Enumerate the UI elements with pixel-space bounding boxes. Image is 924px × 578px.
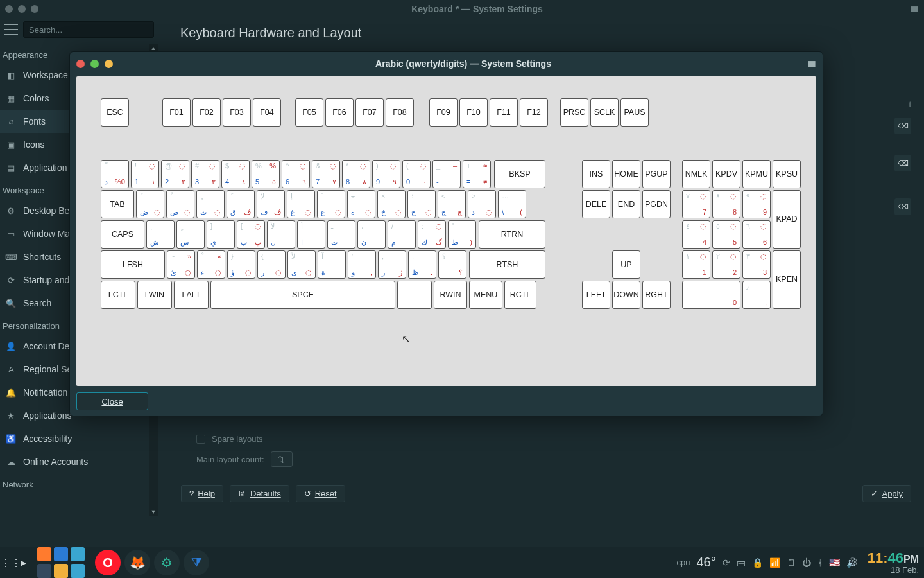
- app-icon[interactable]: [71, 564, 85, 578]
- sidebar-item-online-accounts[interactable]: ☁Online Accounts: [0, 450, 158, 473]
- key-unknown[interactable]: [397, 281, 432, 309]
- key-f09[interactable]: F09: [429, 98, 458, 127]
- settings-running-icon[interactable]: ⚙: [154, 550, 180, 575]
- power-icon[interactable]: ⏻: [802, 557, 811, 568]
- key[interactable]: ؛ح◌: [407, 190, 436, 218]
- key-menu[interactable]: MENU: [469, 281, 502, 309]
- traffic-max-icon[interactable]: [31, 5, 38, 13]
- clear-button[interactable]: ⌫: [894, 155, 911, 171]
- key[interactable]: /م: [388, 220, 416, 249]
- key-ins[interactable]: INS: [582, 160, 610, 188]
- vscode-running-icon[interactable]: ⧩: [184, 550, 209, 575]
- key-spce[interactable]: SPCE: [210, 281, 395, 309]
- key-f11[interactable]: F11: [490, 98, 518, 127]
- key[interactable]: ×خ◌: [377, 190, 406, 218]
- key[interactable]: ؟؟: [438, 250, 466, 279]
- bluetooth-icon[interactable]: ᚼ: [817, 557, 823, 568]
- key[interactable]: #◌3٣: [191, 160, 219, 188]
- wifi-icon[interactable]: 📶: [769, 557, 780, 568]
- key-up[interactable]: UP: [612, 250, 640, 279]
- key-down[interactable]: DOWN: [612, 281, 640, 309]
- key[interactable]: !◌1١: [131, 160, 159, 188]
- key[interactable]: ًقڤ: [227, 190, 255, 218]
- key[interactable]: ]ي: [207, 220, 235, 249]
- key[interactable]: 'و,: [348, 250, 376, 279]
- key-dele[interactable]: DELE: [582, 190, 610, 218]
- files-icon[interactable]: [37, 564, 51, 578]
- key[interactable]: لإفڤ: [257, 190, 285, 218]
- key-kpen[interactable]: KPEN: [773, 250, 801, 309]
- key[interactable]: >د◌: [468, 190, 496, 218]
- key-f07[interactable]: F07: [355, 98, 384, 127]
- key-rtsh[interactable]: RTSH: [469, 250, 545, 279]
- key-paus[interactable]: PAUS: [620, 98, 649, 127]
- updater-icon[interactable]: ⟳: [723, 557, 730, 568]
- key[interactable]: {ر◌: [257, 250, 286, 279]
- key[interactable]: ,زژ: [378, 250, 406, 279]
- app-launcher-icon[interactable]: ⋮⋮: [5, 557, 17, 568]
- key[interactable]: <جچ: [438, 190, 466, 218]
- key[interactable]: ٨◌8: [712, 190, 740, 218]
- apply-button[interactable]: ✓Apply: [862, 485, 911, 502]
- pin-icon[interactable]: ⯀: [911, 4, 919, 14]
- key-kpsu[interactable]: KPSU: [773, 160, 801, 188]
- pin-icon[interactable]: ⯀: [808, 59, 816, 69]
- key[interactable]: أا: [297, 220, 325, 249]
- key-rght[interactable]: RGHT: [642, 281, 671, 309]
- key[interactable]: ْ«ء◌: [197, 250, 225, 279]
- key[interactable]: .ظ.: [408, 250, 436, 279]
- key[interactable]: )◌9٩: [372, 160, 400, 188]
- lock-icon[interactable]: 🔒: [752, 557, 763, 568]
- key-f02[interactable]: F02: [193, 98, 221, 127]
- key[interactable]: `ع◌: [317, 190, 345, 218]
- key[interactable]: ^◌6٦: [282, 160, 310, 188]
- dialog-min-icon[interactable]: [90, 60, 99, 68]
- key-kpdv[interactable]: KPDV: [712, 160, 740, 188]
- notif-icon[interactable]: 🗒: [787, 557, 796, 568]
- menu-icon[interactable]: [4, 24, 18, 35]
- key[interactable]: لأل: [267, 220, 295, 249]
- key[interactable]: $◌4٤: [221, 160, 250, 188]
- firefox-icon[interactable]: [37, 547, 51, 561]
- scroll-down-icon[interactable]: ▼: [151, 509, 157, 515]
- key-f06[interactable]: F06: [325, 98, 354, 127]
- key[interactable]: ًض◌: [136, 190, 164, 218]
- key[interactable]: %%5٥: [252, 160, 280, 188]
- clear-button[interactable]: ⌫: [894, 198, 911, 215]
- key-f01[interactable]: F01: [162, 98, 191, 127]
- search-input[interactable]: Search...: [23, 21, 154, 38]
- key[interactable]: [◌بپ: [237, 220, 265, 249]
- spare-layouts-checkbox[interactable]: [196, 435, 205, 444]
- reset-button[interactable]: ↺Reset: [296, 485, 345, 502]
- clock[interactable]: 11:46PM 18 Feb.: [868, 550, 919, 575]
- key[interactable]: ٍس: [176, 220, 205, 249]
- key-pgdn[interactable]: PGDN: [642, 190, 671, 218]
- key[interactable]: ٫,: [742, 281, 771, 309]
- key[interactable]: ٍث◌: [196, 190, 225, 218]
- show-desktop-icon[interactable]: ▸: [21, 556, 32, 570]
- clear-button[interactable]: ⌫: [894, 118, 911, 134]
- sidebar-item-accessibility[interactable]: ♿Accessibility: [0, 427, 158, 450]
- key[interactable]: ٧◌7: [682, 190, 710, 218]
- volume-icon[interactable]: 🔊: [846, 557, 857, 568]
- key[interactable]: ـت: [327, 220, 355, 249]
- key-tab[interactable]: TAB: [101, 190, 134, 218]
- key[interactable]: ّذ%0: [101, 160, 129, 188]
- key-prsc[interactable]: PRSC: [560, 98, 588, 127]
- key[interactable]: ٥◌5: [712, 220, 740, 249]
- key[interactable]: ٌص◌: [166, 190, 194, 218]
- traffic-close-icon[interactable]: [5, 5, 13, 13]
- key-f12[interactable]: F12: [520, 98, 548, 127]
- key-home[interactable]: HOME: [612, 160, 640, 188]
- key-end[interactable]: END: [612, 190, 640, 218]
- key-sclk[interactable]: SCLK: [590, 98, 619, 127]
- help-button[interactable]: ?Help: [181, 485, 223, 502]
- key[interactable]: *◌8٨: [342, 160, 370, 188]
- kbd-layout-icon[interactable]: 🇺🇸: [829, 557, 840, 568]
- key-lctl[interactable]: LCTL: [101, 281, 135, 309]
- vscode-icon[interactable]: [54, 547, 68, 561]
- defaults-button[interactable]: 🗎Defaults: [230, 485, 289, 502]
- key-f03[interactable]: F03: [223, 98, 251, 127]
- key-bksp[interactable]: BKSP: [494, 160, 545, 188]
- key[interactable]: ٦◌6: [742, 220, 771, 249]
